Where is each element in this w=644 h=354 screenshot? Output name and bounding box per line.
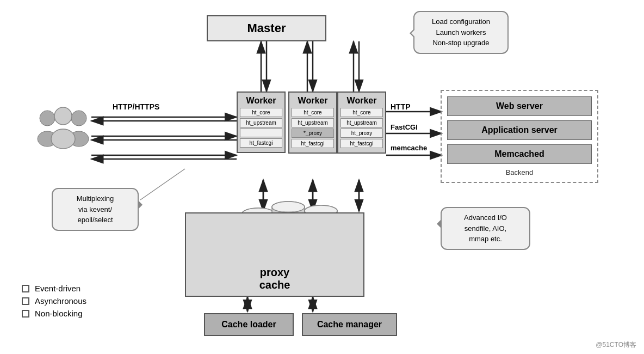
speech-line3: Non-stop upgrade — [432, 39, 489, 47]
proxy-cache-label: proxycache — [259, 266, 290, 291]
master-label: Master — [247, 21, 286, 35]
speech-line1: Load configuration — [432, 17, 490, 26]
watermark: @51CTO博客 — [596, 340, 636, 350]
svg-line-28 — [140, 169, 185, 200]
worker2-module-htcore: ht_core — [292, 108, 334, 117]
speech-bubble: Load configuration Launch workers Non-st… — [413, 11, 509, 54]
worker-3: Worker ht_core ht_upstream ht_proxy ht_f… — [337, 91, 386, 154]
svg-point-31 — [71, 111, 86, 126]
worker1-module-htfastcgi: ht_fastcgi — [240, 138, 282, 148]
cache-loader-box: Cache loader — [204, 313, 294, 336]
mux-bubble: Multiplexing via kevent/ epoll/select — [52, 188, 139, 231]
legend-square-3 — [22, 310, 29, 318]
worker1-module-htupstream: ht_upstream — [240, 118, 282, 127]
master-box: Master — [207, 15, 326, 41]
cache-loader-label: Cache loader — [221, 320, 276, 329]
worker1-title: Worker — [240, 96, 282, 106]
users-icon — [35, 106, 92, 157]
legend-event-driven: Event-driven — [22, 284, 86, 293]
legend: Event-driven Asynchronous Non-blocking — [22, 284, 86, 321]
worker2-module-htupstream: ht_upstream — [292, 118, 334, 127]
aio-line3: mmap etc. — [469, 235, 502, 243]
mux-line2: via kevent/ — [78, 205, 112, 213]
legend-label-1: Event-driven — [35, 284, 81, 293]
memcached-box: Memcached — [447, 144, 592, 164]
worker3-module-htcore: ht_core — [340, 108, 383, 117]
http-right-label: HTTP — [391, 102, 411, 111]
worker3-title: Worker — [340, 96, 383, 106]
worker2-module-proxy: *_proxy — [292, 129, 334, 138]
aio-line2: sendfile, AIO, — [465, 224, 506, 233]
worker3-module-htproxy: ht_proxy — [340, 129, 383, 138]
http-https-label: HTTP/HTTPS — [113, 102, 159, 111]
legend-square-2 — [22, 297, 29, 305]
mux-line3: epoll/select — [77, 216, 113, 224]
legend-label-2: Asynchronous — [35, 296, 86, 306]
diagram-container: Master Load configuration Launch workers… — [0, 0, 644, 354]
application-server-box: Application server — [447, 120, 592, 140]
speech-line2: Launch workers — [436, 28, 486, 36]
proxy-cache-box: proxycache — [185, 212, 364, 297]
aio-line1: Advanced I/O — [464, 213, 507, 222]
backend-container: Web server Application server Memcached … — [441, 90, 598, 183]
worker2-title: Worker — [292, 96, 334, 106]
cache-manager-label: Cache manager — [317, 320, 382, 329]
cache-manager-box: Cache manager — [302, 313, 397, 336]
legend-label-3: Non-blocking — [35, 309, 83, 318]
worker3-module-htupstream: ht_upstream — [340, 118, 383, 127]
worker-1: Worker ht_core ht_upstream ht_fastcgi — [237, 91, 286, 153]
legend-non-blocking: Non-blocking — [22, 309, 86, 318]
legend-asynchronous: Asynchronous — [22, 296, 86, 306]
worker2-module-htfastcgi: ht_fastcgi — [292, 139, 334, 148]
web-server-box: Web server — [447, 96, 592, 116]
svg-point-34 — [51, 129, 75, 149]
backend-label: Backend — [447, 168, 592, 176]
svg-point-33 — [54, 107, 72, 125]
legend-square-1 — [22, 285, 29, 292]
svg-point-29 — [40, 111, 55, 126]
svg-point-44 — [272, 202, 305, 212]
mux-line1: Multiplexing — [77, 194, 114, 203]
fastcgi-label: FastCGI — [391, 123, 418, 131]
aio-bubble: Advanced I/O sendfile, AIO, mmap etc. — [441, 207, 530, 250]
worker1-module-htcore: ht_core — [240, 108, 282, 117]
worker1-module-empty — [240, 129, 282, 137]
memcache-label: memcache — [391, 144, 427, 152]
worker3-module-htfastcgi: ht_fastcgi — [340, 139, 383, 148]
worker-2: Worker ht_core ht_upstream *_proxy ht_fa… — [288, 91, 337, 154]
